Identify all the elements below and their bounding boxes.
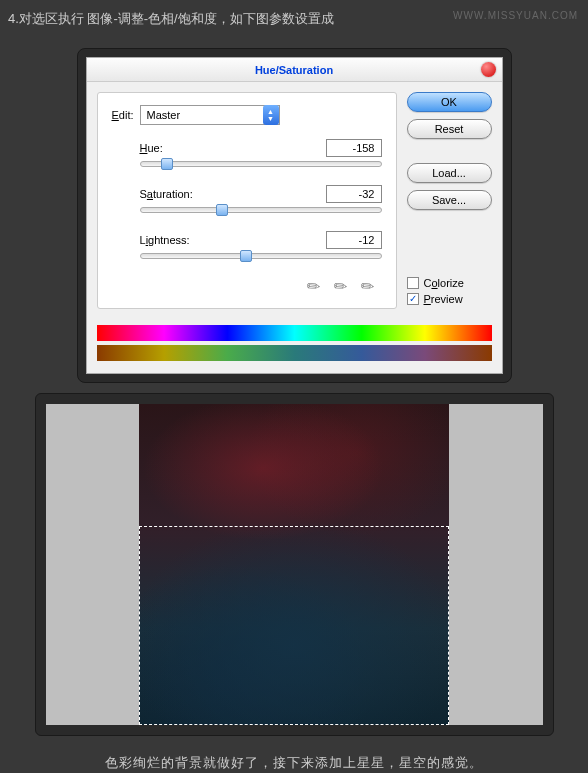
saturation-group: Saturation: bbox=[140, 185, 382, 213]
hue-saturation-dialog: Hue/Saturation Edit: Master ▲▼ Hue: bbox=[86, 57, 503, 374]
instruction-bottom: 色彩绚烂的背景就做好了，接下来添加上星星，星空的感觉。 bbox=[0, 736, 588, 773]
saturation-thumb[interactable] bbox=[216, 204, 228, 216]
save-button[interactable]: Save... bbox=[407, 190, 492, 210]
button-column: OK Reset Load... Save... Colorize ✓ Prev… bbox=[407, 92, 492, 309]
dialog-frame: Hue/Saturation Edit: Master ▲▼ Hue: bbox=[77, 48, 512, 383]
eyedropper-plus-icon[interactable]: ✎ bbox=[329, 275, 351, 298]
lightness-thumb[interactable] bbox=[240, 250, 252, 262]
canvas-area bbox=[46, 404, 543, 725]
preview-label: Preview bbox=[424, 293, 463, 305]
shifted-spectrum bbox=[97, 345, 492, 361]
lightness-group: Lightness: bbox=[140, 231, 382, 259]
hue-slider[interactable] bbox=[140, 161, 382, 167]
edit-value: Master bbox=[147, 109, 181, 121]
hue-label: Hue: bbox=[140, 142, 163, 154]
eyedropper-minus-icon[interactable]: ✎ bbox=[356, 275, 378, 298]
saturation-label: Saturation: bbox=[140, 188, 193, 200]
nebula-image bbox=[139, 404, 449, 725]
colorize-checkbox[interactable] bbox=[407, 277, 419, 289]
edit-dropdown[interactable]: Master ▲▼ bbox=[140, 105, 280, 125]
eyedropper-row: ✎ ✎ ✎ bbox=[112, 277, 382, 296]
edit-label: Edit: bbox=[112, 109, 134, 121]
lightness-input[interactable] bbox=[326, 231, 382, 249]
controls-panel: Edit: Master ▲▼ Hue: bbox=[97, 92, 397, 309]
hue-input[interactable] bbox=[326, 139, 382, 157]
marquee-selection bbox=[139, 526, 449, 725]
dialog-title: Hue/Saturation bbox=[255, 64, 333, 76]
hue-thumb[interactable] bbox=[161, 158, 173, 170]
watermark: WWW.MISSYUAN.COM bbox=[453, 10, 578, 21]
close-icon[interactable] bbox=[481, 62, 496, 77]
lightness-label: Lightness: bbox=[140, 234, 190, 246]
saturation-slider[interactable] bbox=[140, 207, 382, 213]
gradient-preview bbox=[87, 319, 502, 373]
preview-frame bbox=[35, 393, 554, 736]
hue-spectrum bbox=[97, 325, 492, 341]
lightness-slider[interactable] bbox=[140, 253, 382, 259]
saturation-input[interactable] bbox=[326, 185, 382, 203]
dropdown-arrows-icon[interactable]: ▲▼ bbox=[263, 105, 279, 125]
hue-group: Hue: bbox=[140, 139, 382, 167]
preview-checkbox[interactable]: ✓ bbox=[407, 293, 419, 305]
titlebar: Hue/Saturation bbox=[87, 58, 502, 82]
ok-button[interactable]: OK bbox=[407, 92, 492, 112]
colorize-label: Colorize bbox=[424, 277, 464, 289]
eyedropper-icon[interactable]: ✎ bbox=[302, 275, 324, 298]
reset-button[interactable]: Reset bbox=[407, 119, 492, 139]
load-button[interactable]: Load... bbox=[407, 163, 492, 183]
